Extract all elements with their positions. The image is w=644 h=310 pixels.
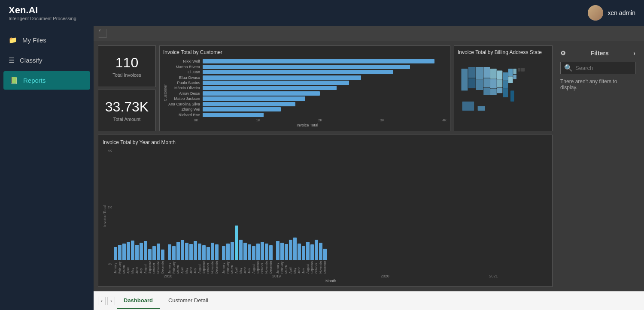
dashboard-content: 110 Total Invoices 33.73K Total Amount I… (94, 41, 644, 291)
svg-rect-6 (483, 67, 490, 78)
filters-header: ⚙ Filters › (560, 50, 635, 57)
y-axis-label: Customer (163, 84, 167, 101)
kpi-cards: 110 Total Invoices 33.73K Total Amount (98, 45, 156, 131)
sidebar-item-label: Reports (23, 77, 46, 84)
svg-rect-10 (490, 79, 497, 88)
svg-rect-5 (476, 80, 483, 90)
sidebar: 📁 My Files ☰ Classify 📗 Reports (0, 26, 94, 310)
user-profile[interactable]: xen admin (588, 5, 635, 21)
filter-search-input[interactable] (575, 65, 644, 71)
tab-dashboard[interactable]: Dashboard (117, 293, 160, 309)
invoice-by-customer-chart: Invoice Total by Customer Customer Nikki… (159, 45, 450, 131)
brand: Xen.AI Intelligent Document Processing (9, 5, 76, 21)
time-chart-title: Invoice Total by Year and Month (103, 139, 548, 145)
report-container: ⬛ 110 Total Invoices (94, 26, 644, 291)
svg-rect-14 (497, 87, 503, 93)
svg-rect-19 (508, 76, 513, 83)
kpi-invoices-value: 110 (115, 55, 138, 71)
avatar (588, 5, 603, 21)
tab-next-button[interactable]: › (107, 297, 115, 305)
svg-rect-25 (518, 68, 520, 71)
top-row: 110 Total Invoices 33.73K Total Amount I… (98, 45, 553, 131)
svg-rect-7 (483, 78, 490, 87)
folder-icon: 📁 (9, 36, 17, 44)
tab-customer-detail[interactable]: Customer Detail (161, 293, 215, 309)
time-x-label: Month (114, 279, 548, 283)
filters-icon: ⚙ (560, 50, 566, 57)
svg-rect-2 (468, 67, 476, 78)
svg-rect-12 (497, 71, 503, 80)
user-name: xen admin (608, 9, 635, 16)
time-y-label-wrapper: Invoice Total (103, 149, 108, 283)
search-icon: 🔍 (564, 64, 573, 72)
time-y-axis: 4K 2K 0K (108, 149, 112, 283)
filters-panel: ⚙ Filters › 🔍 There aren't any filters t… (556, 45, 640, 287)
svg-rect-18 (508, 69, 513, 76)
svg-rect-13 (497, 80, 503, 87)
kpi-amount-value: 33.73K (105, 99, 149, 115)
svg-rect-9 (490, 69, 497, 78)
bar-chart-title: Invoice Total by Customer (163, 49, 447, 55)
svg-rect-4 (476, 67, 483, 80)
x-axis-labels: 0K1K2K3K4K (168, 118, 447, 122)
filters-title: Filters (591, 50, 609, 57)
map-chart-title: Invoice Total by Billing Address State (458, 49, 549, 55)
left-panels: 110 Total Invoices 33.73K Total Amount I… (98, 45, 553, 287)
tab-bar: ‹ › Dashboard Customer Detail (94, 291, 644, 310)
svg-rect-15 (503, 72, 508, 81)
time-y-axis-label: Invoice Total (103, 205, 107, 227)
time-chart: Invoice Total by Year and Month Invoice … (98, 135, 553, 287)
svg-rect-23 (462, 102, 474, 111)
svg-rect-3 (468, 78, 476, 88)
tab-prev-button[interactable]: ‹ (98, 297, 106, 305)
kpi-total-amount: 33.73K Total Amount (98, 90, 156, 131)
pbi-header: ⬛ (94, 26, 644, 41)
year-labels: 2018 2019 2020 2021 (114, 274, 548, 278)
sidebar-item-reports[interactable]: 📗 Reports (3, 71, 90, 90)
hbar-labels: Nikki Wolf Martha Rivera Li Juan Efua Ow… (168, 59, 203, 117)
svg-rect-24 (478, 106, 485, 111)
month-labels: January February March April May June Ju… (114, 261, 548, 274)
us-map-svg (458, 59, 549, 119)
svg-rect-11 (490, 89, 497, 95)
filter-search-box[interactable]: 🔍 (560, 62, 635, 74)
top-bar: Xen.AI Intelligent Document Processing x… (0, 0, 644, 26)
main-layout: 📁 My Files ☰ Classify 📗 Reports ⬛ (0, 26, 644, 310)
svg-rect-21 (513, 69, 516, 74)
y-axis-label-wrapper: Customer (163, 59, 168, 127)
brand-subtitle: Intelligent Document Processing (9, 16, 76, 21)
no-filters-text: There aren't any filters to display. (560, 78, 635, 90)
kpi-amount-label: Total Amount (113, 117, 141, 122)
powerbi-icon: ⬛ (98, 29, 107, 38)
chart-body: Nikki Wolf Martha Rivera Li Juan Efua Ow… (168, 59, 447, 117)
sidebar-item-label: My Files (22, 36, 46, 44)
sidebar-item-my-files[interactable]: 📁 My Files (0, 30, 94, 50)
svg-rect-20 (510, 90, 514, 101)
time-bars (114, 149, 548, 261)
kpi-total-invoices: 110 Total Invoices (98, 45, 156, 87)
svg-rect-1 (461, 69, 468, 90)
reports-icon: 📗 (9, 76, 18, 84)
kpi-invoices-label: Total Invoices (112, 72, 141, 78)
map-chart: Invoice Total by Billing Address State (454, 45, 553, 131)
svg-rect-22 (513, 75, 516, 79)
sidebar-item-label: Classify (20, 57, 43, 64)
svg-rect-8 (483, 87, 490, 95)
filters-expand-icon[interactable]: › (633, 50, 635, 57)
svg-rect-16 (503, 81, 508, 88)
svg-rect-17 (503, 88, 508, 97)
brand-name: Xen.AI (9, 5, 76, 16)
content-area: ⬛ 110 Total Invoices (94, 26, 644, 310)
classify-icon: ☰ (9, 56, 15, 64)
sidebar-item-classify[interactable]: ☰ Classify (0, 50, 94, 70)
x-axis-label: Invoice Total (168, 123, 447, 127)
svg-rect-26 (521, 68, 525, 71)
hbar-bars (203, 59, 447, 117)
